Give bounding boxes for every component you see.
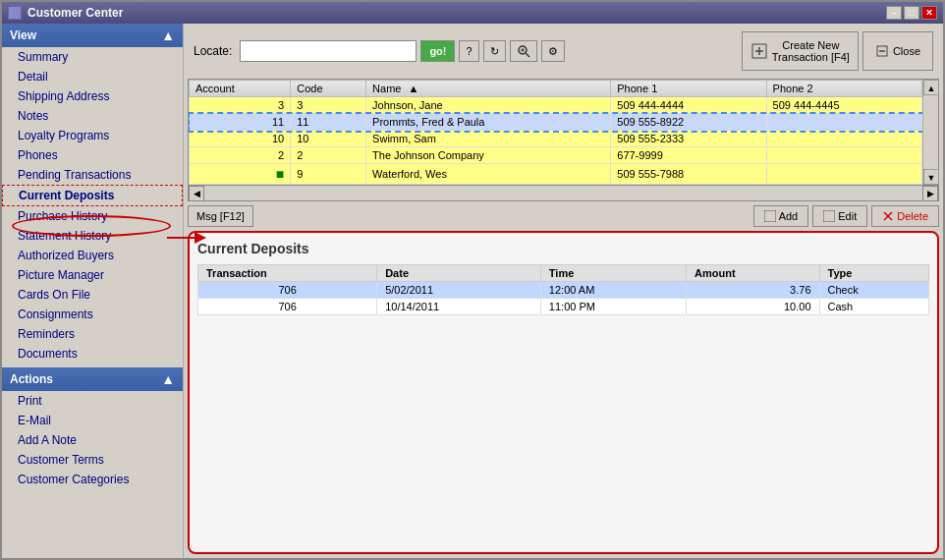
sidebar-item-documents[interactable]: Documents bbox=[2, 344, 183, 364]
sidebar-item-notes[interactable]: Notes bbox=[2, 106, 183, 126]
cell-name: Johnson, Jane bbox=[366, 97, 611, 114]
deposit-row[interactable]: 706 5/02/2011 12:00 AM 3.76 Check bbox=[198, 282, 929, 299]
vertical-scrollbar[interactable]: ▲ ▼ bbox=[922, 80, 938, 185]
cell-name: Prommts, Fred & Paula bbox=[366, 114, 611, 131]
sidebar-item-summary[interactable]: Summary bbox=[2, 47, 183, 67]
hscroll-track bbox=[204, 188, 922, 199]
cell-phone1: 509 555-2333 bbox=[611, 131, 766, 147]
edit-button[interactable]: Edit bbox=[812, 205, 867, 227]
sidebar-item-email[interactable]: E-Mail bbox=[2, 411, 183, 430]
cell-phone1: 509 555-7988 bbox=[611, 164, 766, 185]
msg-button[interactable]: Msg [F12] bbox=[188, 205, 253, 227]
view-section-label: View bbox=[10, 28, 36, 42]
sidebar-item-cards-on-file[interactable]: Cards On File bbox=[2, 285, 183, 305]
close-window-button[interactable]: ✕ bbox=[921, 6, 937, 20]
sidebar-item-shipping-address[interactable]: Shipping Address bbox=[2, 86, 183, 106]
locate-input[interactable] bbox=[240, 40, 417, 62]
scroll-up-button[interactable]: ▲ bbox=[923, 80, 939, 95]
sidebar-item-print[interactable]: Print bbox=[2, 391, 183, 411]
col-code[interactable]: Code bbox=[291, 81, 366, 97]
titlebar: Customer Center – □ ✕ bbox=[2, 2, 943, 24]
sidebar-item-phones[interactable]: Phones bbox=[2, 145, 183, 165]
svg-line-1 bbox=[526, 53, 529, 57]
sidebar: View ▲ Summary Detail Shipping Address N… bbox=[2, 24, 184, 558]
create-btn-text: Create New Transaction [F4] bbox=[772, 39, 850, 63]
deposits-table: Transaction Date Time Amount Type 706 5/… bbox=[197, 264, 929, 315]
locate-label: Locate: bbox=[194, 44, 232, 58]
horizontal-scrollbar[interactable]: ◀ ▶ bbox=[189, 185, 938, 200]
col-name[interactable]: Name ▲ bbox=[366, 81, 611, 97]
cell-phone2 bbox=[766, 131, 921, 147]
sidebar-item-detail[interactable]: Detail bbox=[2, 67, 183, 86]
minimize-button[interactable]: – bbox=[886, 6, 902, 20]
delete-button[interactable]: Delete bbox=[871, 205, 939, 227]
dep-col-type: Type bbox=[819, 265, 928, 282]
dep-cell-time: 11:00 PM bbox=[540, 299, 686, 315]
go-button[interactable]: go! bbox=[420, 40, 455, 62]
sidebar-item-customer-terms[interactable]: Customer Terms bbox=[2, 450, 183, 470]
sidebar-item-purchase-history[interactable]: Purchase History bbox=[2, 206, 183, 226]
col-phone2[interactable]: Phone 2 bbox=[766, 81, 921, 97]
settings-button[interactable]: ⚙ bbox=[541, 40, 565, 62]
cell-phone1: 677-9999 bbox=[611, 147, 766, 164]
find-button[interactable] bbox=[510, 40, 537, 62]
scroll-right-button[interactable]: ▶ bbox=[922, 186, 938, 201]
bottom-action-bar: Msg [F12] Add Edit bbox=[188, 205, 939, 227]
sidebar-item-customer-categories[interactable]: Customer Categories bbox=[2, 470, 183, 489]
help-button[interactable]: ? bbox=[459, 40, 478, 62]
dep-col-amount: Amount bbox=[687, 265, 819, 282]
col-account[interactable]: Account bbox=[190, 81, 291, 97]
find-icon bbox=[517, 44, 530, 58]
deposits-title: Current Deposits bbox=[197, 241, 929, 256]
cell-account: ■ bbox=[190, 164, 291, 185]
dep-col-transaction: Transaction bbox=[198, 265, 377, 282]
deposit-row[interactable]: 706 10/14/2011 11:00 PM 10.00 Cash bbox=[198, 299, 929, 315]
sidebar-item-pending-transactions[interactable]: Pending Transactions bbox=[2, 165, 183, 185]
edit-icon bbox=[823, 210, 835, 222]
maximize-button[interactable]: □ bbox=[904, 6, 919, 20]
cell-phone2 bbox=[766, 164, 921, 185]
cell-phone2 bbox=[766, 114, 921, 131]
sidebar-item-add-note[interactable]: Add A Note bbox=[2, 430, 183, 450]
dep-cell-type: Check bbox=[819, 282, 928, 299]
cell-code: 10 bbox=[291, 131, 366, 147]
dep-cell-amount: 3.76 bbox=[687, 282, 819, 299]
main-window: Customer Center – □ ✕ View ▲ Summary Det… bbox=[0, 0, 945, 560]
view-section-header[interactable]: View ▲ bbox=[2, 24, 183, 47]
col-phone1[interactable]: Phone 1 bbox=[611, 81, 766, 97]
sidebar-item-picture-manager[interactable]: Picture Manager bbox=[2, 265, 183, 285]
actions-collapse-icon: ▲ bbox=[161, 371, 175, 387]
sidebar-item-reminders[interactable]: Reminders bbox=[2, 324, 183, 344]
sidebar-item-authorized-buyers[interactable]: Authorized Buyers bbox=[2, 246, 183, 265]
refresh-button[interactable]: ↻ bbox=[483, 40, 506, 62]
sidebar-item-current-deposits[interactable]: Current Deposits bbox=[2, 185, 183, 206]
table-row[interactable]: 11 11 Prommts, Fred & Paula 509 555-8922 bbox=[190, 114, 922, 131]
dep-cell-time: 12:00 AM bbox=[540, 282, 686, 299]
dep-cell-date: 5/02/2011 bbox=[377, 282, 541, 299]
sidebar-item-consignments[interactable]: Consignments bbox=[2, 305, 183, 324]
actions-section-header[interactable]: Actions ▲ bbox=[2, 367, 183, 391]
table-row[interactable]: 10 10 Swimm, Sam 509 555-2333 bbox=[190, 131, 922, 147]
view-collapse-icon: ▲ bbox=[161, 28, 175, 43]
scroll-left-button[interactable]: ◀ bbox=[189, 186, 204, 201]
window-controls: – □ ✕ bbox=[886, 6, 937, 20]
customer-table: Account Code Name ▲ Phone 1 Phone 2 3 bbox=[189, 80, 922, 185]
cell-phone1: 509 555-8922 bbox=[611, 114, 766, 131]
scroll-down-button[interactable]: ▼ bbox=[923, 169, 939, 185]
window-title: Customer Center bbox=[28, 6, 123, 20]
table-row[interactable]: 2 2 The Johnson Company 677-9999 bbox=[190, 147, 922, 164]
create-transaction-button[interactable]: Create New Transaction [F4] bbox=[742, 31, 859, 71]
close-button[interactable]: Close bbox=[862, 31, 933, 71]
cell-code: 2 bbox=[291, 147, 366, 164]
dep-cell-date: 10/14/2011 bbox=[377, 299, 541, 315]
cell-code: 11 bbox=[291, 114, 366, 131]
add-button[interactable]: Add bbox=[753, 205, 809, 227]
sidebar-item-loyalty-programs[interactable]: Loyalty Programs bbox=[2, 126, 183, 145]
scroll-track bbox=[923, 95, 938, 169]
actions-section-label: Actions bbox=[10, 372, 53, 386]
table-row[interactable]: 3 3 Johnson, Jane 509 444-4444 509 444-4… bbox=[190, 97, 922, 114]
dep-cell-transaction: 706 bbox=[198, 299, 377, 315]
sidebar-item-statement-history[interactable]: Statement History bbox=[2, 226, 183, 246]
dep-col-time: Time bbox=[540, 265, 686, 282]
table-row[interactable]: ■ 9 Waterford, Wes 509 555-7988 bbox=[190, 164, 922, 185]
